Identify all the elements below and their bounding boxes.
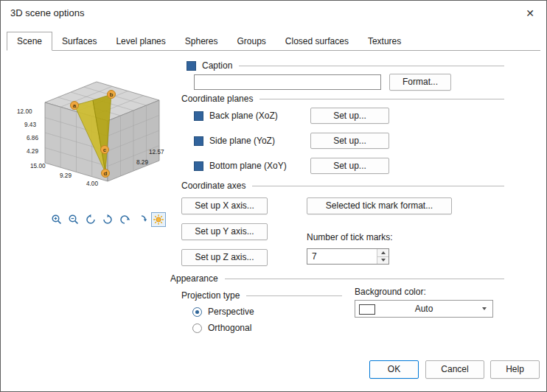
section-divider (259, 99, 504, 99)
side-plane-checkbox[interactable] (194, 136, 203, 146)
tick-marks-value: 7 (312, 249, 317, 264)
projection-type-label: Projection type (181, 290, 240, 301)
perspective-label: Perspective (208, 307, 254, 317)
section-divider (225, 279, 504, 279)
zoom-out-icon[interactable] (66, 212, 81, 227)
x-tick: 9.29 (60, 172, 72, 179)
bottom-plane-setup-button[interactable]: Set up... (310, 158, 389, 174)
bottom-plane-label: Bottom plane (XoY) (209, 161, 287, 171)
tab-label: Scene (17, 36, 42, 46)
tab-label: Level planes (116, 36, 165, 46)
caption-label: Caption (202, 60, 232, 71)
point-label: a (73, 102, 77, 109)
title-bar: 3D scene options ✕ (1, 1, 546, 24)
setup-x-axis-button[interactable]: Set up X axis... (181, 197, 268, 214)
y-tick: 8.29 (136, 159, 148, 166)
tab-surfaces[interactable]: Surfaces (52, 34, 106, 50)
caption-input[interactable] (194, 74, 381, 90)
tab-label: Groups (237, 36, 265, 46)
side-plane-label: Side plane (YoZ) (209, 136, 275, 146)
tab-label: Spheres (185, 36, 218, 46)
setup-y-axis-button[interactable]: Set up Y axis... (181, 223, 268, 240)
section-divider (246, 295, 342, 296)
orthogonal-label: Orthogonal (208, 323, 251, 333)
spinner-buttons (377, 249, 389, 264)
coordinate-planes-header-row: Coordinate planes (181, 94, 504, 104)
ok-button[interactable]: OK (369, 360, 419, 379)
side-plane-setup-button[interactable]: Set up... (310, 133, 389, 149)
orthogonal-row: Orthogonal (192, 322, 251, 334)
back-plane-label: Back plane (XoZ) (209, 111, 278, 121)
z-tick: 4.29 (27, 148, 38, 155)
point-label: d (104, 170, 108, 177)
tab-textures[interactable]: Textures (358, 34, 411, 50)
perspective-radio[interactable] (192, 307, 202, 317)
back-plane-row: Back plane (XoZ) (194, 110, 278, 122)
y-tick: 12.57 (149, 149, 164, 155)
appearance-header-row: Appearance (170, 273, 504, 284)
tab-level-planes[interactable]: Level planes (106, 34, 175, 50)
caption-format-button[interactable]: Format... (389, 74, 451, 91)
scene-preview[interactable]: 12.00 9.43 6.86 4.29 15.00 9.29 4.00 12.… (15, 67, 174, 211)
section-divider (252, 186, 504, 186)
x-tick: 4.00 (86, 181, 98, 187)
rotate-down-icon[interactable] (134, 212, 149, 227)
tick-marks-label: Number of tick marks: (307, 232, 393, 242)
x-tick: 15.00 (30, 163, 46, 169)
coordinate-axes-header: Coordinate axes (181, 181, 245, 191)
background-color-dropdown[interactable]: Auto (355, 300, 493, 318)
tab-label: Surfaces (62, 36, 97, 46)
spinner-down-icon[interactable] (377, 256, 389, 265)
tab-scene[interactable]: Scene (7, 32, 52, 51)
preview-toolbar (49, 212, 166, 227)
caption-row: Caption (187, 60, 504, 71)
tab-groups[interactable]: Groups (227, 34, 275, 50)
projection-type-row: Projection type (181, 290, 342, 301)
rotate-right-icon[interactable] (100, 212, 115, 227)
z-tick: 6.86 (27, 135, 38, 141)
setup-z-axis-button[interactable]: Set up Z axis... (181, 249, 268, 266)
bottom-plane-row: Bottom plane (XoY) (194, 160, 287, 172)
chevron-down-icon (482, 307, 487, 310)
tick-marks-spinner[interactable]: 7 (307, 248, 389, 265)
tab-label: Textures (368, 36, 401, 46)
back-plane-setup-button[interactable]: Set up... (310, 108, 389, 124)
z-tick: 9.43 (24, 122, 36, 128)
rotate-left-icon[interactable] (83, 212, 98, 227)
selected-tick-mark-format-button[interactable]: Selected tick mark format... (307, 197, 452, 214)
close-icon[interactable]: ✕ (520, 5, 540, 21)
orthogonal-radio[interactable] (192, 323, 202, 333)
caption-checkbox[interactable] (187, 61, 196, 71)
lighting-sun-icon[interactable] (151, 212, 166, 227)
back-plane-checkbox[interactable] (194, 111, 203, 121)
tab-label: Closed surfaces (285, 36, 349, 46)
tab-bar: Scene Surfaces Level planes Spheres Grou… (7, 31, 540, 51)
coordinate-axes-header-row: Coordinate axes (181, 181, 504, 191)
appearance-header: Appearance (170, 273, 218, 284)
spinner-up-icon[interactable] (377, 249, 389, 256)
point-label: c (103, 147, 107, 153)
point-label: b (110, 91, 114, 98)
cancel-button[interactable]: Cancel (425, 360, 484, 379)
bottom-plane-checkbox[interactable] (194, 161, 203, 171)
dialog-3d-scene-options: 3D scene options ✕ Scene Surfaces Level … (0, 0, 547, 392)
background-color-value: Auto (355, 301, 492, 317)
tab-spheres[interactable]: Spheres (175, 34, 228, 50)
coordinate-planes-header: Coordinate planes (181, 94, 253, 104)
help-button[interactable]: Help (490, 360, 540, 379)
zoom-in-icon[interactable] (49, 212, 64, 227)
perspective-row: Perspective (192, 306, 254, 318)
tab-closed-surfaces[interactable]: Closed surfaces (276, 34, 358, 50)
z-tick: 12.00 (17, 108, 32, 115)
section-divider (239, 66, 504, 66)
rotate-up-icon[interactable] (117, 212, 132, 227)
dialog-title: 3D scene options (10, 7, 84, 18)
side-plane-row: Side plane (YoZ) (194, 135, 275, 147)
background-color-label: Background color: (355, 287, 426, 297)
